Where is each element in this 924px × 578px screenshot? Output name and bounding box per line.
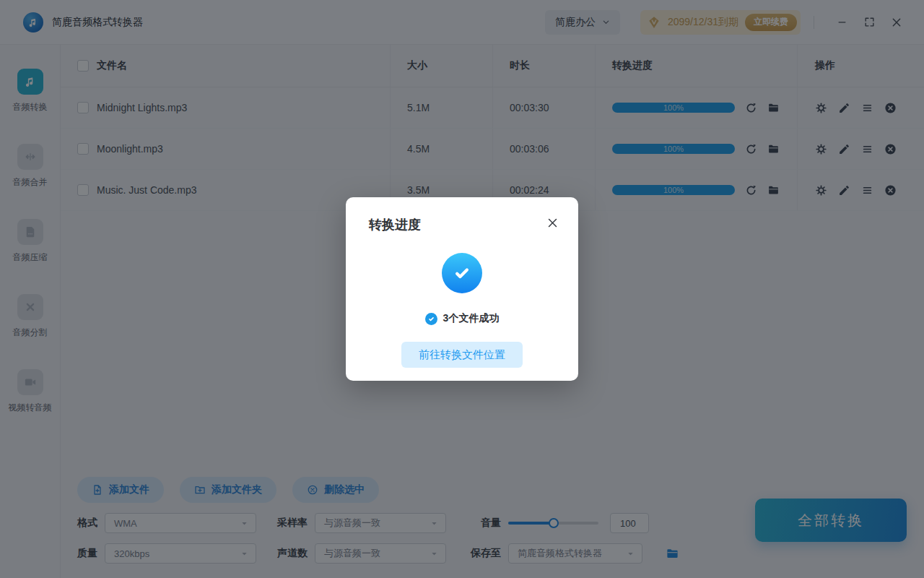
goto-output-folder-button[interactable]: 前往转换文件位置 (401, 342, 523, 368)
success-status: 3个文件成功 (369, 312, 555, 325)
success-check-icon (442, 253, 482, 293)
dialog-title: 转换进度 (369, 216, 555, 233)
app-window: 简鹿音频格式转换器 简鹿办公 2099/12/31到期 立即续费 (0, 0, 924, 578)
conversion-progress-dialog: 转换进度 3个文件成功 前往转换文件位置 (346, 197, 578, 381)
success-count-text: 3个文件成功 (443, 312, 500, 325)
small-check-icon (425, 313, 437, 325)
dialog-close-icon[interactable] (545, 215, 559, 230)
